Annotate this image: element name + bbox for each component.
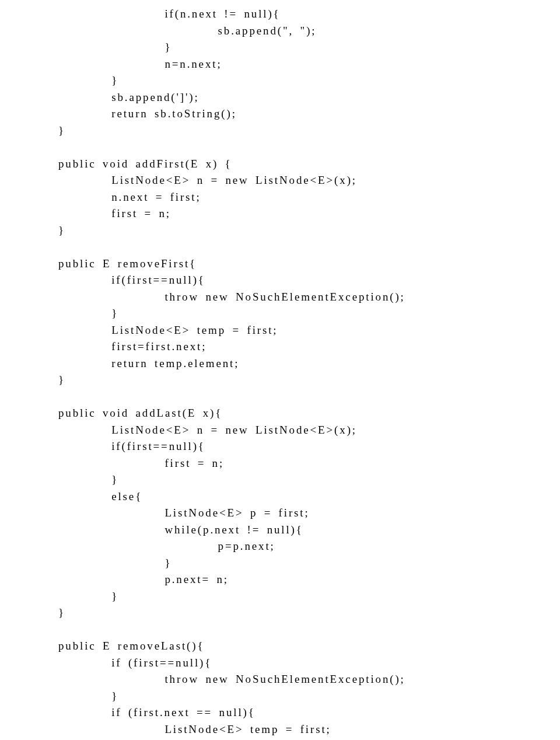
page-container: if(n.next != null){ sb.append(", "); } n… xyxy=(0,0,560,740)
code-listing: if(n.next != null){ sb.append(", "); } n… xyxy=(58,6,502,740)
